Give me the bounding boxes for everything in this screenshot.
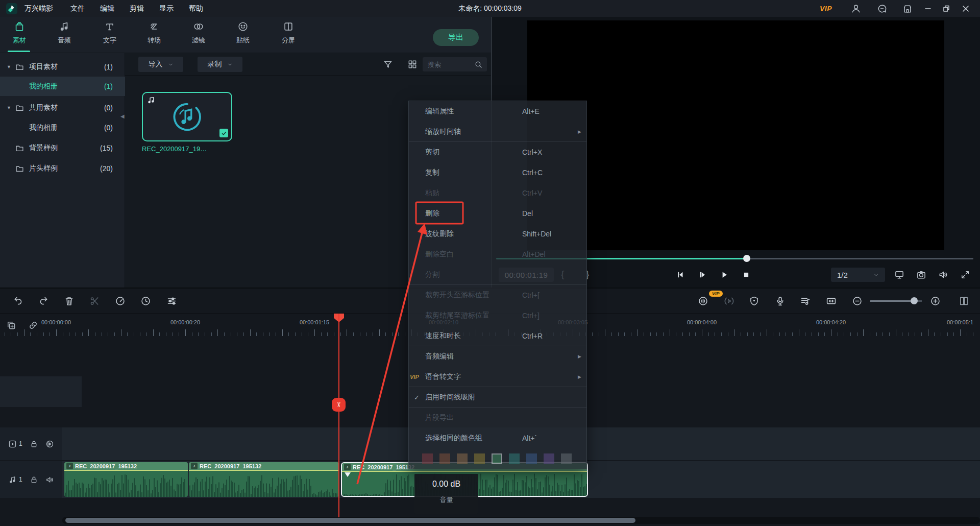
color-swatch[interactable] bbox=[526, 453, 537, 464]
stop-button[interactable] bbox=[742, 270, 751, 279]
ruler-tick bbox=[721, 332, 722, 336]
adjust-icon[interactable] bbox=[166, 296, 177, 306]
tab-filter[interactable]: 滤镜 bbox=[179, 21, 218, 45]
audio-clip[interactable]: ♪REC_20200917_195132 bbox=[189, 462, 339, 497]
menu-help[interactable]: 帮助 bbox=[189, 4, 203, 13]
audio-track-header: 1 bbox=[0, 461, 62, 498]
fullscreen-icon[interactable] bbox=[960, 270, 970, 280]
menu-item-波纹删除[interactable]: 波纹删除Shift+Del bbox=[409, 224, 586, 244]
speed-icon[interactable] bbox=[115, 296, 126, 306]
playhead-line[interactable] bbox=[338, 314, 339, 517]
sidebar-item-我的相册[interactable]: 我的相册(0) bbox=[0, 118, 125, 137]
ruler-tick bbox=[185, 329, 186, 336]
search-input[interactable] bbox=[423, 61, 474, 68]
color-swatch[interactable] bbox=[474, 453, 485, 464]
tab-audio[interactable]: 音频 bbox=[45, 21, 84, 45]
previous-frame-button[interactable] bbox=[676, 270, 685, 279]
microphone-icon[interactable] bbox=[775, 296, 786, 306]
close-button[interactable] bbox=[961, 0, 971, 17]
tab-sticker[interactable]: 贴纸 bbox=[224, 21, 262, 45]
sidebar-item-共用素材[interactable]: ▼共用素材(0) bbox=[0, 98, 125, 117]
sidebar-item-背景样例[interactable]: 背景样例(15) bbox=[0, 138, 125, 158]
media-item-name[interactable]: REC_20200917_19… bbox=[142, 145, 239, 153]
play-button[interactable] bbox=[720, 270, 729, 279]
search-box[interactable] bbox=[423, 57, 487, 71]
sidebar-collapse-arrow-icon[interactable]: ◀ bbox=[120, 113, 125, 119]
caret-down-icon[interactable]: ▼ bbox=[7, 64, 11, 69]
caret-down-icon[interactable]: ▼ bbox=[7, 105, 11, 110]
menu-item-复制[interactable]: 复制Ctrl+C bbox=[409, 162, 586, 183]
color-swatch[interactable] bbox=[561, 453, 572, 464]
shield-icon[interactable] bbox=[749, 296, 760, 306]
menu-item-启用时间线吸附[interactable]: ✓启用时间线吸附 bbox=[409, 387, 586, 408]
menu-item-选择相同的颜色组[interactable]: 选择相同的颜色组Alt+` bbox=[409, 428, 586, 448]
account-button[interactable] bbox=[851, 0, 861, 17]
color-swatch[interactable] bbox=[439, 453, 450, 464]
color-swatch[interactable] bbox=[457, 453, 468, 464]
lock-icon[interactable] bbox=[30, 475, 38, 484]
sidebar-item-项目素材[interactable]: ▼项目素材(1) bbox=[0, 57, 125, 77]
speaker-icon[interactable] bbox=[45, 475, 54, 484]
progress-handle[interactable] bbox=[743, 255, 750, 262]
store-button[interactable] bbox=[902, 0, 913, 17]
duration-icon[interactable] bbox=[140, 296, 151, 306]
display-device-icon[interactable] bbox=[894, 270, 904, 280]
timeline-scrollbar[interactable] bbox=[65, 518, 635, 523]
menu-item-删除[interactable]: 删除Del bbox=[409, 203, 586, 224]
asset-tabbar: 素材 音频 文字 转场 滤镜 贴纸 分屏 导出 bbox=[0, 17, 491, 53]
tab-text[interactable]: 文字 bbox=[90, 21, 129, 45]
zoom-slider-handle[interactable] bbox=[911, 297, 918, 304]
ruler-timecode: 00:00:01:15 bbox=[300, 319, 329, 325]
color-swatch[interactable] bbox=[422, 453, 433, 464]
menu-item-音频编辑[interactable]: 音频编辑▶ bbox=[409, 346, 586, 367]
menu-item-缩放时间轴[interactable]: 缩放时间轴▶ bbox=[409, 122, 586, 142]
menu-item-编辑属性[interactable]: 编辑属性Alt+E bbox=[409, 101, 586, 122]
color-swatch[interactable] bbox=[544, 453, 554, 464]
ruler-tick bbox=[379, 329, 380, 336]
menu-file[interactable]: 文件 bbox=[70, 4, 85, 13]
audio-clip[interactable]: ♪REC_20200917_195132 bbox=[64, 462, 188, 497]
menu-edit[interactable]: 编辑 bbox=[100, 4, 114, 13]
feedback-button[interactable] bbox=[877, 0, 887, 17]
menu-clip[interactable]: 剪辑 bbox=[130, 4, 144, 13]
minimize-button[interactable] bbox=[923, 0, 933, 17]
record-dropdown[interactable]: 录制 bbox=[198, 57, 242, 72]
menu-item-剪切[interactable]: 剪切Ctrl+X bbox=[409, 142, 586, 162]
grid-view-icon[interactable] bbox=[407, 59, 418, 69]
vip-button[interactable]: VIP bbox=[820, 0, 832, 17]
filter-icon[interactable] bbox=[383, 59, 393, 69]
sidebar-item-片头样例[interactable]: 片头样例(20) bbox=[0, 159, 125, 178]
snapshot-icon[interactable] bbox=[916, 270, 926, 280]
tab-splitscreen[interactable]: 分屏 bbox=[269, 21, 308, 45]
tab-transition[interactable]: 转场 bbox=[135, 21, 174, 45]
voiceover-icon[interactable] bbox=[698, 296, 708, 306]
fit-timeline-icon[interactable] bbox=[826, 296, 837, 306]
zoom-in-icon[interactable] bbox=[930, 296, 941, 306]
zoom-out-icon[interactable] bbox=[852, 296, 863, 306]
media-item-card[interactable] bbox=[142, 92, 232, 141]
render-preview-icon[interactable] bbox=[724, 296, 734, 306]
preview-quality-dropdown[interactable]: 1/2 bbox=[831, 268, 885, 282]
sidebar-item-我的相册[interactable]: 我的相册(1) bbox=[0, 77, 125, 96]
tab-media[interactable]: 素材 bbox=[0, 21, 39, 45]
playhead-scissors-icon[interactable]: ✂ bbox=[332, 398, 346, 412]
speaker-icon[interactable] bbox=[938, 270, 948, 280]
panel-layout-icon[interactable] bbox=[959, 296, 969, 306]
redo-icon[interactable] bbox=[38, 296, 49, 306]
menu-view[interactable]: 显示 bbox=[159, 4, 174, 13]
menu-item-语音转文字[interactable]: VIP语音转文字▶ bbox=[409, 367, 586, 387]
menu-item-shortcut: Alt+` bbox=[522, 434, 537, 442]
undo-icon[interactable] bbox=[13, 296, 23, 306]
export-button[interactable]: 导出 bbox=[433, 29, 479, 46]
import-dropdown[interactable]: 导入 bbox=[138, 57, 183, 72]
restore-button[interactable] bbox=[941, 0, 951, 17]
split-scissors-icon[interactable] bbox=[89, 296, 100, 306]
delete-icon[interactable] bbox=[64, 296, 75, 306]
color-swatch[interactable] bbox=[509, 453, 520, 464]
next-frame-button[interactable] bbox=[698, 270, 707, 279]
menu-item-速度和时长[interactable]: 速度和时长Ctrl+R bbox=[409, 326, 586, 346]
audio-mixer-icon[interactable] bbox=[800, 296, 811, 306]
color-swatch[interactable] bbox=[492, 453, 502, 464]
eye-icon[interactable] bbox=[45, 440, 54, 448]
lock-icon[interactable] bbox=[30, 440, 38, 448]
